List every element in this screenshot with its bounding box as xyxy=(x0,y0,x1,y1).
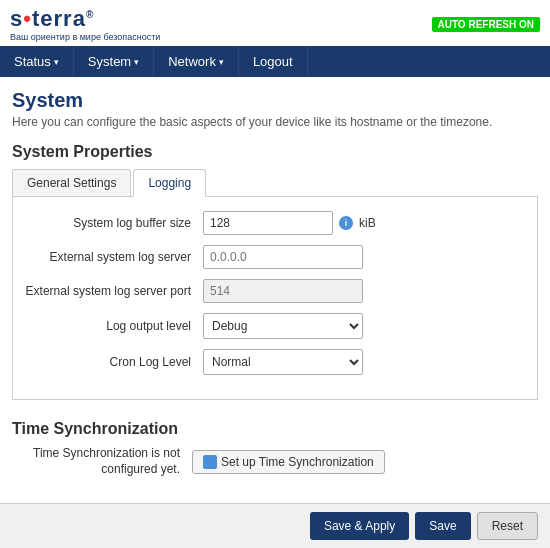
log-level-field: Debug Info Notice Warning Error xyxy=(203,313,363,339)
footer-bar: Save & Apply Save Reset xyxy=(0,503,550,548)
form-row-log-level: Log output level Debug Info Notice Warni… xyxy=(23,313,527,339)
set-time-icon xyxy=(203,455,217,469)
logo-dot: • xyxy=(23,6,32,31)
form-row-cron-level: Cron Log Level Normal Debug Warning xyxy=(23,349,527,375)
set-time-sync-label: Set up Time Synchronization xyxy=(221,455,374,469)
logging-form: System log buffer size i kiB External sy… xyxy=(12,197,538,400)
nav-item-logout[interactable]: Logout xyxy=(239,46,308,77)
cron-level-label: Cron Log Level xyxy=(23,355,203,369)
logo-sub: Ваш ориентир в мире безопасности xyxy=(10,32,160,42)
logo: s•terra® Ваш ориентир в мире безопасност… xyxy=(10,6,160,42)
form-row-log-buffer: System log buffer size i kiB xyxy=(23,211,527,235)
log-buffer-field: i kiB xyxy=(203,211,376,235)
nav-system-arrow: ▾ xyxy=(134,57,139,67)
nav-network-label: Network xyxy=(168,54,216,69)
ext-port-label: External system log server port xyxy=(23,284,203,298)
form-row-ext-server: External system log server xyxy=(23,245,527,269)
tab-logging[interactable]: Logging xyxy=(133,169,206,197)
log-level-select[interactable]: Debug Info Notice Warning Error xyxy=(203,313,363,339)
logo-reg: ® xyxy=(86,9,94,20)
time-sync-row: Time Synchronization is notconfigured ye… xyxy=(12,446,538,477)
ext-server-input[interactable] xyxy=(203,245,363,269)
time-sync-section: Time Synchronization Time Synchronizatio… xyxy=(0,406,550,493)
nav-item-status[interactable]: Status ▾ xyxy=(0,46,74,77)
form-row-ext-port: External system log server port xyxy=(23,279,527,303)
nav-item-network[interactable]: Network ▾ xyxy=(154,46,239,77)
page-description: Here you can configure the basic aspects… xyxy=(12,115,538,129)
nav-network-arrow: ▾ xyxy=(219,57,224,67)
set-time-sync-button[interactable]: Set up Time Synchronization xyxy=(192,450,385,474)
ext-port-field xyxy=(203,279,363,303)
tab-general-settings[interactable]: General Settings xyxy=(12,169,131,196)
save-apply-button[interactable]: Save & Apply xyxy=(310,512,409,540)
page-title: System xyxy=(12,89,538,112)
log-buffer-input[interactable] xyxy=(203,211,333,235)
kib-label: kiB xyxy=(359,216,376,230)
reset-button[interactable]: Reset xyxy=(477,512,538,540)
nav-item-system[interactable]: System ▾ xyxy=(74,46,154,77)
nav-system-label: System xyxy=(88,54,131,69)
page-header: System Here you can configure the basic … xyxy=(0,77,550,133)
logo-text: s•terra® xyxy=(10,6,160,32)
header: s•terra® Ваш ориентир в мире безопасност… xyxy=(0,0,550,46)
system-properties-section: System Properties General Settings Loggi… xyxy=(0,133,550,406)
cron-level-select[interactable]: Normal Debug Warning xyxy=(203,349,363,375)
nav-status-arrow: ▾ xyxy=(54,57,59,67)
ext-server-field xyxy=(203,245,363,269)
tabs: General Settings Logging xyxy=(12,169,538,197)
save-button[interactable]: Save xyxy=(415,512,470,540)
kib-info-icon[interactable]: i xyxy=(339,216,353,230)
log-buffer-label: System log buffer size xyxy=(23,216,203,230)
ext-server-label: External system log server xyxy=(23,250,203,264)
cron-level-field: Normal Debug Warning xyxy=(203,349,363,375)
nav-bar: Status ▾ System ▾ Network ▾ Logout xyxy=(0,46,550,77)
log-level-label: Log output level xyxy=(23,319,203,333)
ext-port-input[interactable] xyxy=(203,279,363,303)
time-sync-title: Time Synchronization xyxy=(12,420,538,438)
system-properties-title: System Properties xyxy=(12,143,538,161)
auto-refresh-badge: AUTO REFRESH ON xyxy=(432,17,541,32)
nav-logout-label: Logout xyxy=(253,54,293,69)
time-sync-status-label: Time Synchronization is notconfigured ye… xyxy=(12,446,192,477)
nav-status-label: Status xyxy=(14,54,51,69)
